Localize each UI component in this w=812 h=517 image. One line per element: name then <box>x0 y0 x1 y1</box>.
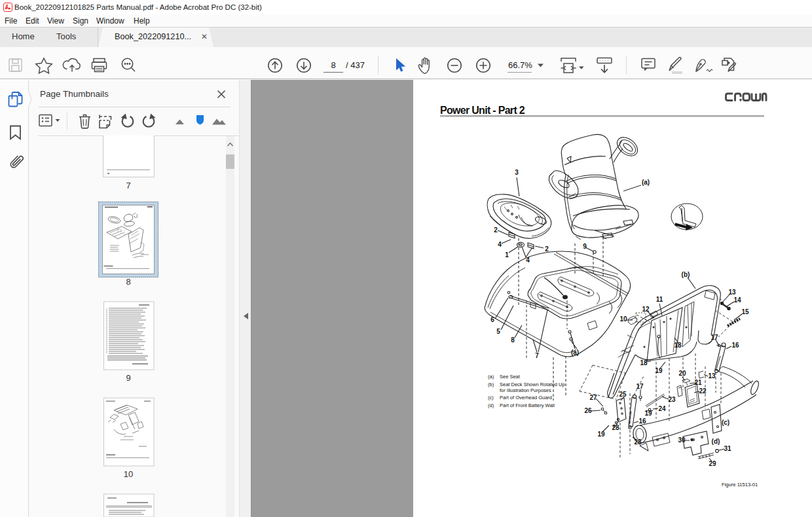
svg-text:9: 9 <box>583 243 587 250</box>
svg-text:(a): (a) <box>571 349 579 356</box>
svg-text:13: 13 <box>728 289 736 296</box>
svg-text:2: 2 <box>545 245 549 253</box>
svg-text:Power Unit - Part 2: Power Unit - Part 2 <box>440 105 525 116</box>
svg-text:2: 2 <box>494 226 498 234</box>
svg-text:19: 19 <box>655 367 663 374</box>
svg-text:28: 28 <box>634 438 642 446</box>
svg-text:19: 19 <box>644 410 652 417</box>
svg-text:(c): (c) <box>722 419 729 426</box>
svg-text:(d): (d) <box>712 438 720 445</box>
svg-text:24: 24 <box>658 405 666 412</box>
svg-text:See Seat: See Seat <box>500 374 521 380</box>
svg-text:16: 16 <box>731 342 739 349</box>
svg-text:4: 4 <box>498 241 502 248</box>
svg-text:10: 10 <box>619 315 627 323</box>
svg-text:7: 7 <box>535 352 539 359</box>
svg-text:Figure 11513-01: Figure 11513-01 <box>722 482 758 488</box>
svg-text:22: 22 <box>699 387 707 395</box>
svg-text:20: 20 <box>678 370 686 377</box>
svg-text:8: 8 <box>331 60 335 70</box>
svg-text:23: 23 <box>668 396 676 403</box>
svg-text:1: 1 <box>505 251 509 258</box>
svg-text:/ 437: / 437 <box>346 60 365 70</box>
svg-text:11: 11 <box>656 296 663 303</box>
svg-text:3: 3 <box>515 169 519 176</box>
svg-text:26: 26 <box>584 407 592 414</box>
svg-text:15: 15 <box>741 308 749 315</box>
svg-text:(a): (a) <box>488 374 494 380</box>
svg-text:6: 6 <box>490 316 494 323</box>
svg-text:17: 17 <box>710 334 718 341</box>
svg-text:66.7%: 66.7% <box>508 60 532 70</box>
svg-text:18: 18 <box>674 342 682 349</box>
svg-text:30: 30 <box>678 437 686 444</box>
svg-text:(b): (b) <box>488 382 494 387</box>
svg-text:16: 16 <box>638 418 646 425</box>
svg-text:12: 12 <box>642 306 650 313</box>
svg-text:25: 25 <box>619 391 627 398</box>
svg-text:Part of Overhead Guard: Part of Overhead Guard <box>500 395 552 401</box>
svg-text:Part of Front Battery Wall: Part of Front Battery Wall <box>500 402 555 408</box>
svg-text:4: 4 <box>526 257 530 264</box>
svg-text:14: 14 <box>733 296 741 304</box>
svg-text:(d): (d) <box>488 402 494 408</box>
svg-text:29: 29 <box>709 460 716 467</box>
svg-text:13: 13 <box>708 372 716 380</box>
svg-text:(b): (b) <box>682 271 690 278</box>
svg-text:(a): (a) <box>642 179 650 186</box>
svg-text:28: 28 <box>612 424 619 431</box>
svg-text:18: 18 <box>640 359 648 366</box>
svg-text:31: 31 <box>724 445 731 452</box>
svg-text:5: 5 <box>496 328 500 335</box>
svg-text:19: 19 <box>597 431 605 438</box>
svg-text:for Illustration Purposes: for Illustration Purposes <box>500 387 551 393</box>
svg-text:Seat Deck Shown Rotated Up: Seat Deck Shown Rotated Up <box>500 382 565 387</box>
svg-text:27: 27 <box>589 394 597 401</box>
svg-text:(c): (c) <box>488 395 494 401</box>
svg-text:21: 21 <box>694 379 702 386</box>
svg-text:8: 8 <box>511 336 515 344</box>
svg-text:17: 17 <box>636 383 644 390</box>
